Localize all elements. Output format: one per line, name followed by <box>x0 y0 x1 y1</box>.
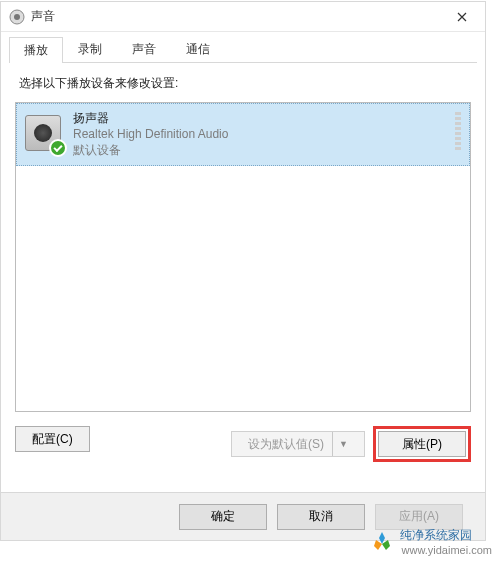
watermark-icon <box>370 530 394 554</box>
tabstrip: 播放 录制 声音 通信 <box>1 32 485 62</box>
cancel-button[interactable]: 取消 <box>277 504 365 530</box>
button-label: 确定 <box>211 508 235 525</box>
device-name: 扬声器 <box>73 110 228 126</box>
watermark: 纯净系统家园 www.yidaimei.com <box>370 527 492 556</box>
watermark-brand: 纯净系统家园 <box>400 527 492 544</box>
watermark-url: www.yidaimei.com <box>402 544 492 556</box>
configure-button[interactable]: 配置(C) <box>15 426 90 452</box>
set-default-button[interactable]: 设为默认值(S) ▼ <box>231 431 365 457</box>
close-button[interactable] <box>439 2 485 32</box>
device-icon-wrap <box>25 115 63 153</box>
tab-label: 录制 <box>78 42 102 56</box>
highlight-box: 属性(P) <box>373 426 471 462</box>
device-status: 默认设备 <box>73 142 228 158</box>
tab-record[interactable]: 录制 <box>63 36 117 62</box>
divider <box>332 432 333 456</box>
button-label: 取消 <box>309 508 333 525</box>
tab-communication[interactable]: 通信 <box>171 36 225 62</box>
button-label: 配置(C) <box>32 431 73 448</box>
tab-label: 通信 <box>186 42 210 56</box>
device-button-row: 配置(C) 设为默认值(S) ▼ 属性(P) <box>15 426 471 462</box>
button-label: 设为默认值(S) <box>248 436 324 453</box>
button-label: 应用(A) <box>399 508 439 525</box>
tab-sound[interactable]: 声音 <box>117 36 171 62</box>
tab-label: 声音 <box>132 42 156 56</box>
tab-playback[interactable]: 播放 <box>9 37 63 63</box>
device-item[interactable]: 扬声器 Realtek High Definition Audio 默认设备 <box>16 103 470 166</box>
button-label: 属性(P) <box>402 436 442 453</box>
window-title: 声音 <box>31 8 439 25</box>
device-text: 扬声器 Realtek High Definition Audio 默认设备 <box>73 110 228 159</box>
sound-dialog: 声音 播放 录制 声音 通信 选择以下播放设备来修改设置: 扬声器 Realte… <box>0 1 486 541</box>
titlebar: 声音 <box>1 2 485 32</box>
chevron-down-icon: ▼ <box>339 439 348 449</box>
device-description: Realtek High Definition Audio <box>73 126 228 142</box>
level-meter <box>455 112 461 150</box>
instruction-text: 选择以下播放设备来修改设置: <box>15 75 471 92</box>
tab-label: 播放 <box>24 43 48 57</box>
default-check-icon <box>49 139 67 157</box>
tab-content: 选择以下播放设备来修改设置: 扬声器 Realtek High Definiti… <box>9 62 477 470</box>
device-list[interactable]: 扬声器 Realtek High Definition Audio 默认设备 <box>15 102 471 412</box>
properties-button[interactable]: 属性(P) <box>378 431 466 457</box>
ok-button[interactable]: 确定 <box>179 504 267 530</box>
svg-point-1 <box>14 14 20 20</box>
sound-app-icon <box>9 9 25 25</box>
apply-button: 应用(A) <box>375 504 463 530</box>
